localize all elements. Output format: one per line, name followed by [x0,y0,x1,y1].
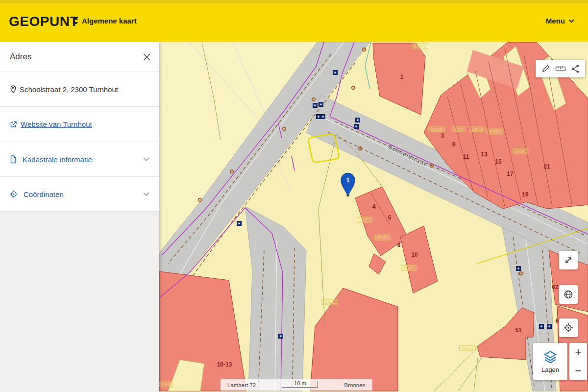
menu-label: Menu [546,17,565,25]
zoom-out-button[interactable]: − [569,362,587,381]
svg-text:15: 15 [495,158,502,165]
svg-text:10-13: 10-13 [217,361,232,368]
svg-text:359X2: 359X2 [462,346,474,351]
scale-label: 10 m [294,381,306,386]
map-selector-label: Algemene kaart [82,17,137,25]
svg-text:20H3: 20H3 [161,382,172,387]
svg-text:8: 8 [397,242,401,248]
locate-button[interactable] [559,318,578,337]
chevron-down-icon [568,19,574,23]
svg-text:3: 3 [441,132,444,139]
section-label: Kadastrale informatie [23,155,92,164]
layers-icon [543,350,558,364]
panel-title: Adres [10,52,31,62]
svg-text:359P2: 359P2 [377,235,389,240]
website-row: Website van Turnhout [0,107,159,142]
svg-text:1: 1 [400,74,404,80]
section-label: Coördinaten [24,190,64,198]
layers-button[interactable]: Lagen [533,343,567,380]
chevron-down-icon [143,192,149,196]
crosshair-icon [564,323,573,333]
globe-button[interactable] [559,285,578,304]
projection-label: Lambert 72 [227,382,256,388]
layers-label: Lagen [541,366,559,373]
svg-text:624H2: 624H2 [323,300,335,305]
scale-bar: 10 m [282,381,318,388]
chevron-down-icon [143,157,149,161]
section-kadastrale[interactable]: Kadastrale informatie [0,142,159,177]
svg-text:536R7: 536R7 [514,149,527,154]
svg-text:536Y2: 536Y2 [414,44,426,49]
svg-text:13: 13 [481,151,488,158]
cadastral-map: 536Y2536Z8534X536L8536P7536R7359S3359P23… [159,42,588,392]
svg-text:359R3: 359R3 [403,266,415,270]
svg-text:6: 6 [388,214,392,221]
share-icon [571,64,580,74]
zoom-in-button[interactable]: + [569,343,587,362]
svg-text:536L8: 536L8 [471,127,483,132]
svg-text:51: 51 [515,327,522,334]
svg-text:21: 21 [543,163,550,170]
svg-text:6: 6 [556,318,559,324]
svg-text:534X: 534X [454,127,464,132]
close-icon [143,53,150,61]
svg-text:19: 19 [522,191,529,198]
svg-text:536Z8: 536Z8 [431,127,442,132]
close-button[interactable] [141,51,152,63]
external-link-icon [10,121,17,128]
document-icon [10,155,17,164]
map-canvas[interactable]: 536Y2536Z8534X536L8536P7536R7359S3359P23… [159,42,588,392]
draw-button[interactable] [541,64,550,74]
diagonal-arrows-icon [564,255,573,265]
address-panel: Adres Schoolstraat 2, 2300 Turnhout Webs… [0,42,159,392]
map-status-bar: Lambert 72 10 m Bronnen [220,379,372,391]
svg-text:536P7: 536P7 [489,129,501,134]
fullscreen-button[interactable] [559,251,578,270]
globe-icon [564,290,573,299]
header-top-strip [0,0,588,3]
map-selector-button[interactable]: Algemene kaart [74,17,137,25]
website-link[interactable]: Website van Turnhout [21,120,92,128]
target-icon [10,190,18,198]
pencil-icon [541,64,550,74]
address-row: Schoolstraat 2, 2300 Turnhout [0,72,159,107]
section-coordinaten[interactable]: Coördinaten [0,177,159,212]
svg-text:10: 10 [411,251,418,258]
sources-link[interactable]: Bronnen [344,382,366,388]
geopunt-logo: GEOPUNT [9,14,78,29]
svg-text:4: 4 [372,203,376,210]
address-text: Schoolstraat 2, 2300 Turnhout [20,85,118,94]
share-button[interactable] [571,64,580,74]
svg-text:359S3: 359S3 [359,218,371,222]
location-pin-icon [10,85,17,93]
svg-text:9: 9 [452,141,456,148]
map-tools-toolbar [536,60,585,77]
ruler-icon [555,64,566,74]
measure-button[interactable] [555,64,566,74]
panel-header: Adres [0,42,159,72]
zoom-controls: + − [569,343,587,380]
sort-arrows-icon [74,17,78,24]
app-header: GEOPUNT Algemene kaart Menu [0,0,588,42]
menu-button[interactable]: Menu [546,17,574,25]
svg-text:62: 62 [552,284,559,291]
svg-text:11: 11 [463,153,469,160]
marker-number: 1 [346,176,349,184]
svg-text:17: 17 [507,171,514,177]
